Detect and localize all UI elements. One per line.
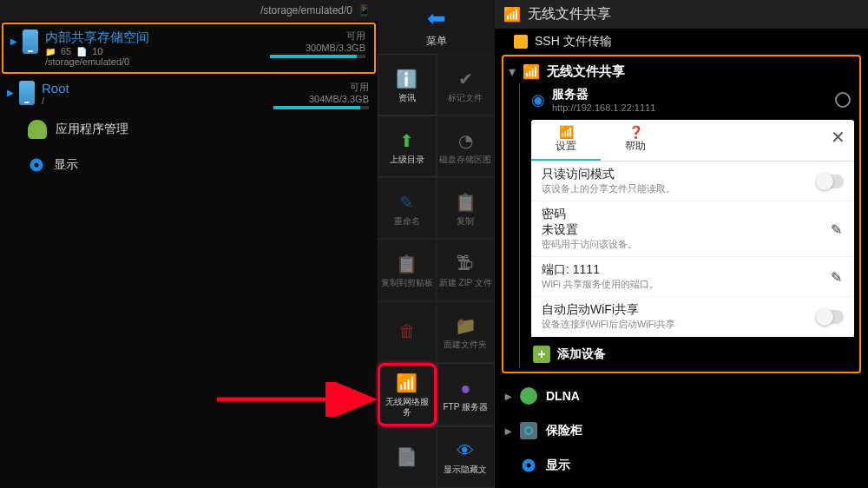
menu-copy[interactable]: 📋 复制 [437,177,496,239]
wifi-share-panel: 📶 无线文件共享 SSH 文件传输 ▾ 📶 无线文件共享 ◉ 服务器 http: [495,0,868,488]
phone-icon [19,81,35,105]
row-sub: 设备连接到WiFi后启动WiFi共享 [542,318,844,331]
display-item[interactable]: ▸ 显示 [502,448,861,483]
password-value: 未设置 [542,222,844,238]
menu-delete[interactable]: 🗑 [378,301,437,363]
row-title: 端口: 1111 [542,262,844,278]
menu-show-hidden[interactable]: 👁 显示隐藏文 [437,426,496,488]
annotation-arrow [217,382,382,417]
port-row[interactable]: 端口: 1111 WiFi 共享服务使用的端口。 ✎ [531,257,854,297]
safe-item[interactable]: ▸ 保险柜 [502,413,861,448]
svg-point-1 [35,163,39,168]
expand-icon[interactable]: ▶ [7,88,14,97]
apps-label: 应用程序管理 [56,122,128,137]
menu-mark-files[interactable]: ✔ 标记文件 [437,54,496,115]
menu-clipboard[interactable]: 📋 复制到剪贴板 [378,239,437,300]
file-icon: 📄 [76,47,87,56]
row-title: 密码 [542,207,844,222]
wifi-icon: 📶 [395,371,419,395]
android-icon [28,120,47,139]
menu-back[interactable]: ⬅ 菜单 [378,0,495,54]
section-header[interactable]: ▾ 📶 无线文件共享 [509,60,854,83]
server-row[interactable]: ◉ 服务器 http://192.168.1.22:1111 [531,83,854,116]
clipboard-icon: 📋 [395,252,419,276]
menu-info[interactable]: ℹ️ 资讯 [378,54,437,115]
chevron-right-icon: ▸ [505,424,511,438]
add-device[interactable]: + 添加设备 [531,340,854,368]
apps-management[interactable]: ▶ 应用程序管理 [0,111,378,148]
up-arrow-icon: ⬆ [395,129,419,153]
menu-ftp-server[interactable]: ● FTP 服务器 [437,363,496,426]
tab-settings[interactable]: 📶 设置 [531,120,601,161]
zip-icon: 🗜 [453,252,477,276]
edit-icon[interactable]: ✎ [831,221,842,237]
phone-icon [23,30,38,54]
panel-header: 📶 无线文件共享 [495,0,868,29]
display-label: 显示 [54,157,78,173]
readonly-mode-row[interactable]: 只读访问模式 该设备上的分享文件只能读取。 [531,162,854,201]
display-label: 显示 [546,458,570,473]
ftp-icon: ● [453,376,477,400]
storage-size: 304MB/3.3GB [273,94,369,104]
copy-icon: 📋 [453,190,477,214]
dlna-icon [520,387,537,405]
safe-icon [520,422,537,439]
folder-count: 65 [61,46,71,56]
radio-button[interactable] [835,92,851,108]
pencil-icon: ✎ [395,190,419,214]
storage-size: 300MB/3.3GB [270,43,365,53]
section-title: 无线文件共享 [547,63,625,80]
pie-icon: ◔ [453,129,477,153]
toggle-switch[interactable] [816,310,844,324]
avail-label: 可用 [270,30,365,43]
menu-wifi-service[interactable]: 📶 无线网络服务 [378,363,437,426]
back-arrow-icon: ⬅ [427,5,446,32]
menu-disk-map[interactable]: ◔ 磁盘存储区图 [437,115,496,177]
wifi-icon: 📶 [536,125,595,139]
add-device-label: 添加设备 [557,346,606,362]
menu-new-folder[interactable]: 📁 面建文件夹 [437,301,496,363]
wifi-icon: 📶 [503,6,521,23]
check-icon: ✔ [453,67,477,91]
storage-panel: /storage/emulated/0 📱 ▶ 内部共享存储空间 📁 65 📄 … [0,0,378,488]
header-title: 无线文件共享 [528,5,611,23]
storage-internal[interactable]: ▶ 内部共享存储空间 📁 65 📄 10 /storage/emulated/0… [2,23,376,74]
plus-icon: + [533,346,550,363]
row-sub: 该设备上的分享文件只能读取。 [542,182,844,195]
storage-root[interactable]: ▶ Root / 可用 304MB/3.3GB [0,76,378,111]
expand-icon[interactable]: ▶ [10,36,17,46]
row-sub: 密码用于访问该设备。 [542,238,844,251]
dlna-item[interactable]: ▸ DLNA [502,379,861,413]
gear-icon [520,457,537,474]
row-title: 只读访问模式 [542,167,844,182]
gear-icon [28,156,45,174]
dlna-label: DLNA [546,389,580,403]
autostart-row[interactable]: 自动启动WiFi共享 设备连接到WiFi后启动WiFi共享 [531,297,854,337]
password-row[interactable]: 密码 未设置 密码用于访问该设备。 ✎ [531,201,854,257]
broadcast-icon: ◉ [531,90,545,109]
close-button[interactable]: ✕ [831,127,845,148]
file-count: 10 [92,46,102,56]
safe-label: 保险柜 [546,423,582,439]
settings-card: 📶 设置 ❓ 帮助 ✕ 只读访问模式 该设备上的分享文件只能读取。 [531,120,854,337]
row-title: 自动启动WiFi共享 [542,302,844,318]
tab-label: 帮助 [625,140,646,152]
menu-new-zip[interactable]: 🗜 新建 ZIP 文件 [437,239,496,300]
server-url: http://192.168.1.22:1111 [552,102,655,113]
menu-rename[interactable]: ✎ 重命名 [378,177,437,239]
lock-icon [514,35,528,49]
ssh-transfer[interactable]: SSH 文件传输 [502,32,861,55]
edit-icon[interactable]: ✎ [831,268,842,285]
eye-icon: 👁 [453,439,477,463]
toggle-switch[interactable] [816,175,844,188]
menu-up-dir[interactable]: ⬆ 上级目录 [378,115,437,177]
info-icon: ℹ️ [395,67,419,91]
tab-help[interactable]: ❓ 帮助 [601,120,670,161]
help-icon: ❓ [606,125,665,139]
ssh-label: SSH 文件传输 [535,34,612,49]
path-header: /storage/emulated/0 📱 [0,0,378,21]
wifi-share-section: ▾ 📶 无线文件共享 ◉ 服务器 http://192.168.1.22:111… [502,55,861,373]
menu-empty: 📄 [378,426,437,488]
current-path: /storage/emulated/0 [260,4,352,16]
display-settings[interactable]: ▶ 显示 [0,148,378,182]
